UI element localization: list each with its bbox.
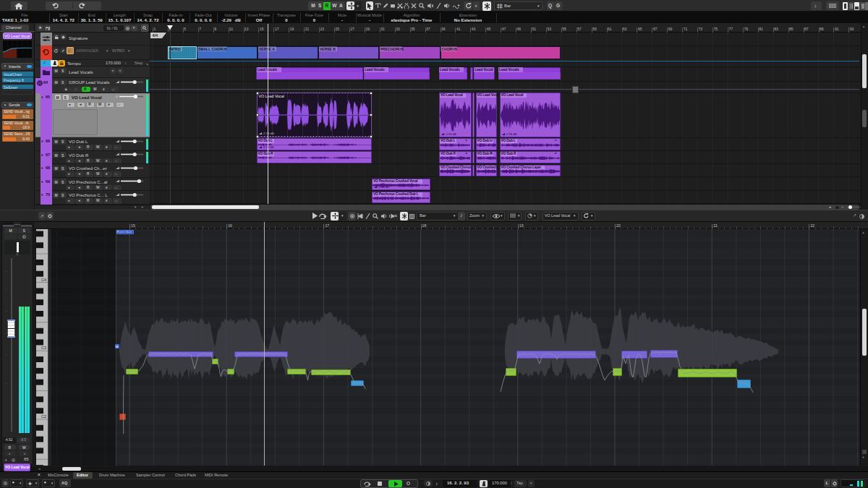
svg-text:C4: C4	[41, 278, 46, 282]
svg-text:C3: C3	[41, 346, 46, 350]
svg-text:C2: C2	[41, 414, 46, 419]
